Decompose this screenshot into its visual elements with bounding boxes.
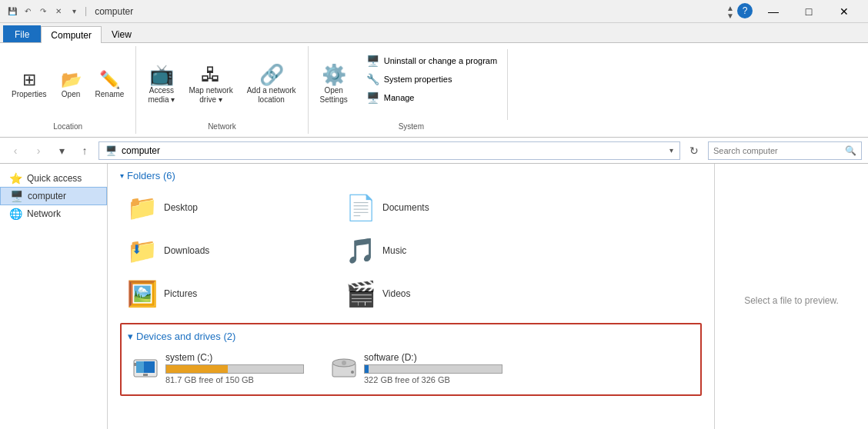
- svg-rect-4: [143, 374, 148, 376]
- folder-videos[interactable]: 🎬 Videos: [339, 274, 554, 314]
- open-button[interactable]: 📂 Open: [55, 68, 87, 101]
- content-area: ▾ Folders (6) 📁 Desktop 📄 Documents 📁⬇ D…: [108, 164, 714, 429]
- help-button[interactable]: ?: [737, 3, 753, 18]
- recent-button[interactable]: ▾: [52, 141, 71, 160]
- ribbon-group-network: 📺 Accessmedia ▾ 🖧 Map networkdrive ▾ 🔗 A…: [136, 46, 308, 134]
- close-button[interactable]: ✕: [826, 0, 862, 23]
- location-buttons: ⊞ Properties 📂 Open ✏️ Rename: [6, 49, 129, 131]
- address-box[interactable]: 🖥️ computer ▾: [98, 141, 680, 160]
- location-group-label: Location: [53, 122, 82, 131]
- preview-text: Select a file to preview.: [744, 295, 839, 306]
- folder-documents-icon: 📄: [346, 193, 376, 222]
- ribbon-expand-up[interactable]: ▲: [726, 5, 734, 12]
- folder-videos-icon: 🎬: [346, 279, 376, 308]
- add-location-icon: 🔗: [259, 65, 284, 85]
- delete-icon[interactable]: ✕: [52, 5, 65, 18]
- drive-c-bar-container: [165, 364, 304, 374]
- devices-chevron: ▾: [128, 331, 133, 342]
- folder-documents[interactable]: 📄 Documents: [339, 188, 554, 228]
- quick-access-icon: ⭐: [9, 172, 22, 185]
- folders-section-label: Folders (6): [127, 170, 175, 181]
- uninstall-button[interactable]: 🖥️ Uninstall or change a program: [362, 52, 501, 69]
- folder-downloads-label: Downloads: [164, 245, 209, 256]
- system-right-buttons: 🖥️ Uninstall or change a program 🔧 Syste…: [356, 49, 508, 120]
- properties-button[interactable]: ⊞ Properties: [6, 68, 52, 101]
- folder-music-icon: 🎵: [346, 236, 376, 265]
- addressbar: ‹ › ▾ ↑ 🖥️ computer ▾ ↻ 🔍: [0, 138, 868, 164]
- save-icon[interactable]: 💾: [6, 5, 18, 18]
- folder-desktop-label: Desktop: [164, 202, 198, 213]
- quick-access-toolbar[interactable]: 💾 ↶ ↷ ✕ ▾ |: [6, 5, 88, 18]
- drive-d-info: software (D:) 322 GB free of 326 GB: [364, 352, 502, 384]
- folder-documents-label: Documents: [382, 202, 429, 213]
- preview-panel: Select a file to preview.: [714, 164, 868, 429]
- drive-c-icon: [132, 356, 159, 381]
- ribbon-tab-bar: File Computer View: [0, 23, 868, 43]
- sidebar: ⭐ Quick access 🖥️ computer 🌐 Network: [0, 164, 108, 429]
- back-button[interactable]: ‹: [6, 141, 25, 160]
- search-box[interactable]: 🔍: [708, 141, 862, 160]
- path-text: computer: [122, 145, 669, 156]
- folder-downloads[interactable]: 📁⬇ Downloads: [120, 231, 336, 271]
- sidebar-item-quick-access[interactable]: ⭐ Quick access: [0, 170, 107, 187]
- svg-rect-3: [134, 363, 136, 366]
- drive-d-bar-container: [364, 364, 502, 374]
- up-button[interactable]: ↑: [75, 141, 94, 160]
- drive-c-bar: [166, 365, 228, 373]
- refresh-button[interactable]: ↻: [685, 141, 703, 160]
- ribbon-expand-down[interactable]: ▼: [726, 12, 734, 20]
- tab-file[interactable]: File: [3, 25, 41, 42]
- folders-section-header[interactable]: ▾ Folders (6): [120, 170, 702, 181]
- drive-d[interactable]: software (D:) 322 GB free of 326 GB: [326, 348, 519, 388]
- dropdown-icon[interactable]: ▾: [68, 5, 80, 18]
- forward-button[interactable]: ›: [29, 141, 48, 160]
- window-controls[interactable]: ▲ ▼ ? — □ ✕: [726, 0, 862, 23]
- drive-c-name: system (C:): [165, 352, 304, 363]
- sidebar-item-label: Network: [27, 208, 61, 219]
- search-input[interactable]: [713, 146, 845, 155]
- network-icon: 🌐: [9, 208, 22, 220]
- open-settings-button[interactable]: ⚙️ OpenSettings: [315, 62, 353, 108]
- tab-view[interactable]: View: [102, 25, 142, 42]
- devices-section: ▾ Devices and drives (2): [120, 323, 702, 396]
- tab-computer[interactable]: Computer: [41, 26, 102, 43]
- sidebar-item-network[interactable]: 🌐 Network: [0, 205, 107, 222]
- folder-pictures[interactable]: 🖼️ Pictures: [120, 274, 336, 314]
- network-buttons: 📺 Accessmedia ▾ 🖧 Map networkdrive ▾ 🔗 A…: [142, 49, 301, 131]
- folder-pictures-label: Pictures: [164, 288, 197, 299]
- sidebar-item-label: computer: [28, 191, 66, 201]
- drive-d-bar: [365, 365, 369, 373]
- sidebar-item-computer[interactable]: 🖥️ computer: [0, 187, 107, 205]
- drive-c-info: system (C:) 81.7 GB free of 150 GB: [165, 352, 304, 384]
- folder-music[interactable]: 🎵 Music: [339, 231, 554, 271]
- maximize-button[interactable]: □: [791, 0, 826, 23]
- manage-icon: 🖥️: [366, 91, 379, 104]
- ribbon-group-location: ⊞ Properties 📂 Open ✏️ Rename Location: [0, 46, 136, 134]
- main-area: ⭐ Quick access 🖥️ computer 🌐 Network ▾ F…: [0, 164, 868, 429]
- folder-desktop[interactable]: 📁 Desktop: [120, 188, 336, 228]
- address-dropdown-icon[interactable]: ▾: [669, 146, 673, 155]
- system-buttons: ⚙️ OpenSettings 🖥️ Uninstall or change a…: [315, 49, 509, 131]
- uninstall-icon: 🖥️: [366, 55, 379, 67]
- manage-button[interactable]: 🖥️ Manage: [362, 89, 501, 106]
- rename-icon: ✏️: [99, 72, 120, 88]
- drive-d-icon: [330, 356, 358, 381]
- minimize-button[interactable]: —: [756, 0, 791, 23]
- system-properties-icon: 🔧: [366, 73, 379, 85]
- redo-icon[interactable]: ↷: [37, 5, 49, 18]
- folder-grid: 📁 Desktop 📄 Documents 📁⬇ Downloads 🎵 Mus…: [120, 188, 702, 314]
- drive-c-free: 81.7 GB free of 150 GB: [165, 375, 304, 384]
- folders-chevron: ▾: [120, 171, 124, 180]
- ribbon-group-system: ⚙️ OpenSettings 🖥️ Uninstall or change a…: [309, 46, 515, 134]
- rename-button[interactable]: ✏️ Rename: [90, 68, 130, 101]
- access-media-button[interactable]: 📺 Accessmedia ▾: [142, 62, 180, 108]
- system-properties-button[interactable]: 🔧 System properties: [362, 71, 501, 88]
- folder-pictures-icon: 🖼️: [127, 279, 158, 308]
- open-icon: 📂: [61, 72, 82, 88]
- devices-section-header[interactable]: ▾ Devices and drives (2): [128, 331, 694, 342]
- search-icon: 🔍: [845, 145, 856, 156]
- map-network-drive-button[interactable]: 🖧 Map networkdrive ▾: [183, 62, 238, 108]
- add-network-location-button[interactable]: 🔗 Add a networklocation: [242, 62, 302, 108]
- drive-c[interactable]: system (C:) 81.7 GB free of 150 GB: [128, 348, 320, 388]
- undo-icon[interactable]: ↶: [22, 5, 34, 18]
